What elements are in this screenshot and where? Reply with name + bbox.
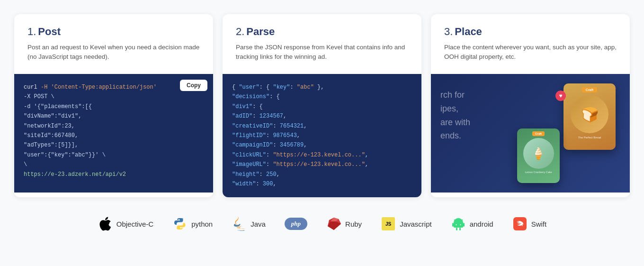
parse-card-header: 2.Parse Parse the JSON response from Kev… xyxy=(223,14,421,74)
svg-rect-8 xyxy=(456,228,457,230)
ad-image-circle: 🍞 xyxy=(571,95,608,133)
post-card-title-text: Post xyxy=(38,26,61,37)
parse-card-title-text: Parse xyxy=(246,26,275,37)
sdk-javascript[interactable]: JS Javascript xyxy=(381,216,432,231)
js-badge: JS xyxy=(382,217,395,230)
sdk-row: Objective-C python Java php xyxy=(14,216,630,231)
cards-row: 1.Post Post an ad request to Kevel when … xyxy=(14,14,630,197)
svg-rect-9 xyxy=(459,228,461,230)
swift-icon xyxy=(512,216,528,231)
place-card-desc: Place the content wherever you want, suc… xyxy=(444,43,617,66)
sdk-ruby-label: Ruby xyxy=(345,220,362,228)
parse-card-number: 2. xyxy=(236,26,244,37)
sdk-objc[interactable]: Objective-C xyxy=(98,216,153,231)
code-block-parse: { "user": { "key": "abc" }, "decisions":… xyxy=(232,83,412,189)
sdk-php[interactable]: php xyxy=(285,216,307,231)
sdk-java-label: Java xyxy=(250,220,266,228)
parse-card: 2.Parse Parse the JSON response from Kev… xyxy=(223,14,421,197)
java-icon xyxy=(232,216,247,231)
bread-emoji: 🍞 xyxy=(581,106,599,123)
ad-image-circle2: 🍦 xyxy=(523,138,554,169)
craft-label2: Craft xyxy=(532,131,545,136)
sdk-python[interactable]: python xyxy=(172,216,213,231)
heart-icon: ♥ xyxy=(555,91,566,101)
place-card: 3.Place Place the content wherever you w… xyxy=(431,14,630,197)
sdk-ruby[interactable]: Ruby xyxy=(326,216,362,231)
post-card-header: 1.Post Post an ad request to Kevel when … xyxy=(14,14,213,74)
parse-card-desc: Parse the JSON response from Kevel that … xyxy=(236,43,408,66)
parse-card-title: 2.Parse xyxy=(236,26,408,38)
python-icon xyxy=(172,216,188,231)
place-card-title-text: Place xyxy=(455,26,482,37)
post-card-desc: Post an ad request to Kevel when you nee… xyxy=(27,43,200,66)
sdk-objc-label: Objective-C xyxy=(116,220,153,228)
sdk-python-label: python xyxy=(191,220,213,228)
apple-icon xyxy=(98,216,113,231)
sdk-java[interactable]: Java xyxy=(232,216,266,231)
ad-caption2: Lemon Cranberry Cake xyxy=(525,171,552,174)
ruby-icon xyxy=(326,216,341,231)
parse-card-code: { "user": { "key": "abc" }, "decisions":… xyxy=(223,74,421,197)
mock-bg-text: rch for ipes, are with ends. xyxy=(440,88,470,143)
craft-label: Craft xyxy=(582,87,597,92)
ad-caption: The Perfect Bread xyxy=(578,136,601,139)
php-badge: php xyxy=(285,218,307,230)
place-card-image: rch for ipes, are with ends. Craft 🍞 The… xyxy=(431,74,630,193)
svg-point-12 xyxy=(456,224,456,225)
svg-point-13 xyxy=(460,224,461,225)
php-icon: php xyxy=(285,216,307,231)
js-icon: JS xyxy=(381,216,396,231)
code-block-post: curl -H 'Content-Type:application/json' … xyxy=(24,83,204,179)
svg-rect-6 xyxy=(452,223,454,227)
sdk-android[interactable]: android xyxy=(451,216,493,231)
post-card-title: 1.Post xyxy=(27,26,200,38)
mock-ui: rch for ipes, are with ends. Craft 🍞 The… xyxy=(431,74,630,193)
mock-ad-secondary: Craft 🍦 Lemon Cranberry Cake xyxy=(517,128,560,183)
sdk-android-label: android xyxy=(470,220,493,228)
post-card: 1.Post Post an ad request to Kevel when … xyxy=(14,14,213,197)
copy-button[interactable]: Copy xyxy=(180,80,207,91)
post-card-number: 1. xyxy=(27,26,36,37)
place-card-header: 3.Place Place the content wherever you w… xyxy=(431,14,630,74)
mock-ad-main: Craft 🍞 The Perfect Bread xyxy=(564,83,616,150)
place-card-number: 3. xyxy=(444,26,453,37)
sdk-swift[interactable]: Swift xyxy=(512,216,547,231)
post-card-code: Copy curl -H 'Content-Type:application/j… xyxy=(14,74,213,193)
sdk-js-label: Javascript xyxy=(400,220,432,228)
sdk-swift-label: Swift xyxy=(531,220,547,228)
place-card-title: 3.Place xyxy=(444,26,617,38)
android-icon xyxy=(451,216,466,231)
icecream-emoji: 🍦 xyxy=(531,147,546,160)
svg-rect-7 xyxy=(463,223,465,227)
swift-badge xyxy=(513,217,527,230)
